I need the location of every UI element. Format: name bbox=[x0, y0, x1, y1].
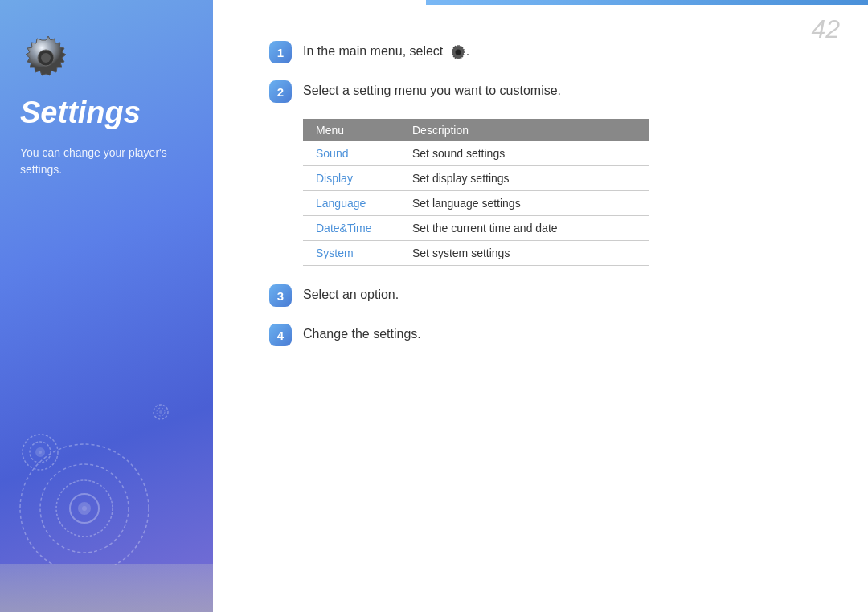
table-row: SoundSet sound settings bbox=[303, 141, 649, 166]
table-row: DisplaySet display settings bbox=[303, 166, 649, 191]
top-accent-bar bbox=[426, 0, 868, 5]
sidebar-subtitle: You can change your player's settings. bbox=[20, 145, 193, 178]
table-cell-description: Set language settings bbox=[399, 191, 649, 216]
gear-inline-icon bbox=[450, 44, 466, 60]
step-3: 3 Select an option. bbox=[269, 284, 820, 307]
table-cell-description: Set system settings bbox=[399, 241, 649, 266]
sidebar-title: Settings bbox=[20, 96, 141, 130]
gear-icon-large bbox=[20, 32, 72, 84]
col-header-description: Description bbox=[399, 119, 649, 141]
page-number: 42 bbox=[811, 14, 840, 44]
sidebar: Settings You can change your player's se… bbox=[0, 0, 213, 612]
step-1: 1 In the main menu, select . bbox=[269, 40, 820, 63]
svg-point-10 bbox=[82, 506, 87, 511]
table-cell-menu[interactable]: Display bbox=[303, 166, 399, 191]
step-badge-2: 2 bbox=[269, 80, 292, 103]
table-row: SystemSet system settings bbox=[303, 241, 649, 266]
table-cell-menu[interactable]: System bbox=[303, 241, 399, 266]
decorative-gears bbox=[12, 404, 197, 568]
svg-point-4 bbox=[159, 410, 162, 414]
table-cell-description: Set the current time and date bbox=[399, 216, 649, 241]
svg-point-1 bbox=[41, 53, 51, 63]
table-cell-menu[interactable]: Sound bbox=[303, 141, 399, 166]
table-cell-menu[interactable]: Date&Time bbox=[303, 216, 399, 241]
step-4: 4 Change the settings. bbox=[269, 323, 820, 346]
main-content: 42 1 In the main menu, select . 2 Select… bbox=[213, 0, 868, 612]
step-3-text: Select an option. bbox=[303, 284, 399, 304]
step-4-text: Change the settings. bbox=[303, 323, 421, 344]
table-cell-description: Set sound settings bbox=[399, 141, 649, 166]
step-1-text: In the main menu, select . bbox=[303, 40, 469, 61]
table-row: LanguageSet language settings bbox=[303, 191, 649, 216]
table-cell-menu[interactable]: Language bbox=[303, 191, 399, 216]
table-row: Date&TimeSet the current time and date bbox=[303, 216, 649, 241]
svg-point-14 bbox=[39, 451, 42, 454]
svg-point-15 bbox=[455, 49, 461, 55]
step-badge-3: 3 bbox=[269, 284, 292, 307]
table-header-row: Menu Description bbox=[303, 119, 649, 141]
table-cell-description: Set display settings bbox=[399, 166, 649, 191]
step-badge-1: 1 bbox=[269, 41, 292, 63]
step-2-text: Select a setting menu you want to custom… bbox=[303, 80, 561, 100]
col-header-menu: Menu bbox=[303, 119, 399, 141]
settings-table: Menu Description SoundSet sound settings… bbox=[303, 119, 649, 266]
bottom-bar bbox=[0, 564, 213, 612]
step-2: 2 Select a setting menu you want to cust… bbox=[269, 80, 820, 103]
step-badge-4: 4 bbox=[269, 324, 292, 346]
